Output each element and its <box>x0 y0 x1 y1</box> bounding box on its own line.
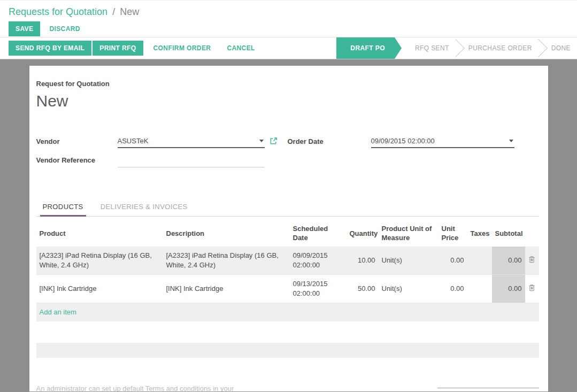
top-header: Requests for Quotation / New SAVE DISCAR… <box>0 0 577 37</box>
bottom-section: An administrator can set up default Term… <box>36 383 539 391</box>
caret-down-icon[interactable] <box>509 140 513 142</box>
print-rfq-button[interactable]: PRINT RFQ <box>93 41 143 56</box>
statusbar-step-purchase-order[interactable]: PURCHASE ORDER <box>462 44 538 52</box>
chevron-right-icon <box>447 39 465 57</box>
untaxed-amount-row: Untaxed Amount : 0.00€ <box>437 388 539 391</box>
tab-deliveries-invoices[interactable]: DELIVERIES & INVOICES <box>98 198 190 217</box>
form-sheet: Request for Quotation New Vendor ASUSTeK <box>29 66 548 391</box>
cell-unit-price[interactable]: 0.00 <box>438 275 467 303</box>
cell-quantity[interactable]: 50.00 <box>347 275 379 303</box>
breadcrumb-separator: / <box>110 6 117 17</box>
order-date-input[interactable]: 09/09/2015 02:00:00 <box>371 136 514 148</box>
field-group-left: Vendor ASUSTeK <box>36 136 288 173</box>
discard-button[interactable]: DISCARD <box>42 21 87 36</box>
cell-quantity[interactable]: 10.00 <box>347 247 379 275</box>
statusbar-step-done[interactable]: DONE <box>545 44 577 52</box>
field-groups: Vendor ASUSTeK <box>36 136 539 173</box>
caret-down-icon[interactable] <box>259 140 264 142</box>
column-header-scheduled-date[interactable]: Scheduled Date <box>290 219 347 247</box>
add-an-item-link[interactable]: Add an item <box>36 303 539 322</box>
add-item-row: Add an item <box>36 303 539 322</box>
products-table: Product Description Scheduled Date Quant… <box>36 219 539 321</box>
cell-taxes[interactable] <box>467 275 492 303</box>
breadcrumb-current: New <box>120 6 139 17</box>
delete-row-button[interactable] <box>525 275 539 303</box>
column-header-taxes[interactable]: Taxes <box>467 219 492 247</box>
cell-unit-price[interactable]: 0.00 <box>438 247 467 275</box>
cell-uom[interactable]: Unit(s) <box>379 247 438 275</box>
column-header-subtotal[interactable]: Subtotal <box>492 219 525 247</box>
chevron-right-icon <box>529 39 548 57</box>
cell-product[interactable]: [INK] Ink Cartridge <box>36 275 163 303</box>
table-row[interactable]: [INK] Ink Cartridge [INK] Ink Cartridge … <box>36 275 539 303</box>
vendor-reference-input[interactable] <box>118 155 265 167</box>
trash-icon <box>528 284 535 291</box>
order-date-label: Order Date <box>288 136 371 150</box>
notebook-tabs: PRODUCTS DELIVERIES & INVOICES <box>36 198 539 217</box>
column-header-quantity[interactable]: Quantity <box>347 219 379 247</box>
cell-scheduled-date[interactable]: 09/09/2015 02:00:00 <box>290 247 347 275</box>
send-rfq-by-email-button[interactable]: SEND RFQ BY EMAIL <box>9 41 91 56</box>
sheet-label: Request for Quotation <box>36 80 539 88</box>
breadcrumb-parent-link[interactable]: Requests for Quotation <box>9 6 107 17</box>
table-header-row: Product Description Scheduled Date Quant… <box>36 219 539 247</box>
statusbar-step-draft-po[interactable]: DRAFT PO <box>336 37 395 59</box>
cell-scheduled-date[interactable]: 09/13/2015 02:00:00 <box>290 275 347 303</box>
vendor-input[interactable]: ASUSTeK <box>118 136 265 148</box>
column-header-actions <box>525 219 539 247</box>
header-actions: SAVE DISCARD <box>9 21 568 36</box>
vendor-value: ASUSTeK <box>118 137 256 145</box>
cancel-button[interactable]: CANCEL <box>220 41 261 56</box>
empty-section-bar <box>36 343 539 358</box>
action-toolbar: SEND RFQ BY EMAIL PRINT RFQ CONFIRM ORDE… <box>0 37 577 59</box>
page-title: New <box>36 92 539 110</box>
cell-taxes[interactable] <box>467 247 492 275</box>
cell-product[interactable]: [A2323] iPad Retina Display (16 GB, Whit… <box>36 247 163 275</box>
cell-uom[interactable]: Unit(s) <box>379 275 438 303</box>
confirm-order-button[interactable]: CONFIRM ORDER <box>147 41 218 56</box>
vendor-label: Vendor <box>36 136 118 150</box>
save-button[interactable]: SAVE <box>9 21 40 36</box>
trash-icon <box>528 256 535 263</box>
column-header-unit-price[interactable]: Unit Price <box>438 219 467 247</box>
vendor-reference-label: Vendor Reference <box>36 155 118 169</box>
table-row[interactable]: [A2323] iPad Retina Display (16 GB, Whit… <box>36 247 539 275</box>
external-link-icon[interactable] <box>270 137 278 147</box>
breadcrumb: Requests for Quotation / New <box>9 6 568 18</box>
terms-conditions-textarea[interactable]: An administrator can set up default Term… <box>36 383 262 391</box>
totals-panel: Untaxed Amount : 0.00€ Taxes : 0.00€ Tot… <box>437 388 539 391</box>
cell-subtotal: 0.00 <box>492 247 525 275</box>
cell-subtotal: 0.00 <box>492 275 525 303</box>
column-header-product[interactable]: Product <box>36 219 163 247</box>
terms-placeholder: An administrator can set up default Term… <box>36 385 234 391</box>
field-group-right: Order Date 09/09/2015 02:00:00 <box>288 136 539 173</box>
cell-description[interactable]: [A2323] iPad Retina Display (16 GB, Whit… <box>163 247 290 275</box>
column-header-description[interactable]: Description <box>163 219 290 247</box>
tab-products[interactable]: PRODUCTS <box>40 198 86 217</box>
cell-description[interactable]: [INK] Ink Cartridge <box>163 275 290 303</box>
delete-row-button[interactable] <box>525 247 539 275</box>
statusbar: DRAFT PO RFQ SENT PURCHASE ORDER DONE <box>336 37 577 59</box>
column-header-uom[interactable]: Product Unit of Measure <box>379 219 438 247</box>
order-date-value: 09/09/2015 02:00:00 <box>371 137 506 145</box>
form-page: Request for Quotation New Vendor ASUSTeK <box>0 59 577 391</box>
